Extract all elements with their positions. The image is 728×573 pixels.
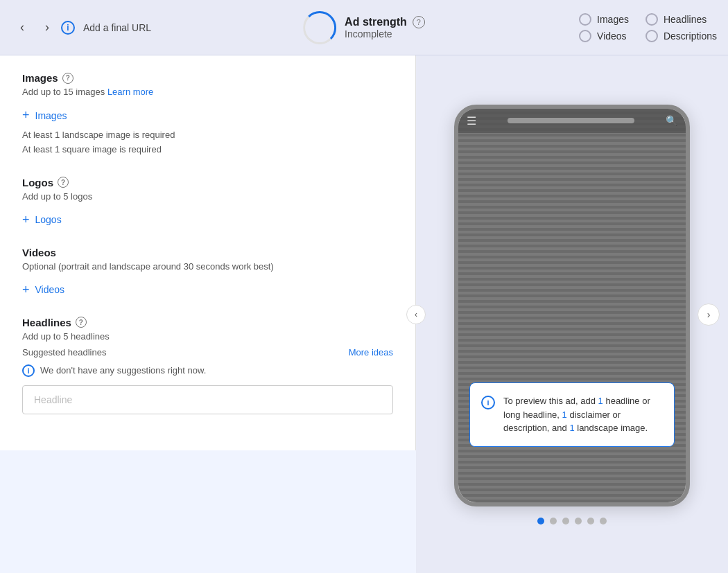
videos-section: Videos Optional (portrait and landscape … [22,247,393,297]
next-button[interactable]: › [36,17,58,39]
suggestion-info-row: i We don't have any suggestions right no… [22,364,393,377]
ad-strength-info: Ad strength ? Incomplete [345,16,425,39]
images-checkbox-item[interactable]: Images [579,13,629,26]
ad-strength-help-icon[interactable]: ? [413,16,425,28]
left-panel: Images ? Add up to 15 images Learn more … [0,55,416,450]
preview-next-button[interactable]: › [697,303,720,326]
descriptions-checkbox-item[interactable]: Descriptions [645,30,717,42]
prev-button[interactable]: ‹ [11,17,33,39]
collapse-icon: ‹ [415,310,417,319]
videos-title-text: Videos [22,247,56,258]
add-logos-plus-icon: + [22,213,30,227]
dot-6 [600,518,607,524]
descriptions-checkbox[interactable] [645,30,658,42]
info-icon: i [61,21,75,35]
collapse-panel-button[interactable]: ‹ [406,305,426,324]
images-checkbox-label: Images [597,14,629,25]
videos-checkbox[interactable] [579,30,591,42]
headlines-section: Headlines ? Add up to 5 headlines Sugges… [22,317,393,414]
suggestion-info-icon: i [22,364,35,377]
right-arrow-icon: › [707,309,711,320]
add-logos-button[interactable]: + Logos [22,213,62,227]
preview-card-text: To preview this ad, add 1 headline or lo… [503,394,663,435]
logos-subtitle: Add up to 5 logos [22,191,393,202]
suggested-label: Suggested headlines [22,347,106,358]
add-videos-plus-icon: + [22,283,30,297]
ad-strength-title: Ad strength [345,16,407,28]
logos-help-icon[interactable]: ? [58,177,69,188]
left-panel-wrapper: Images ? Add up to 15 images Learn more … [0,55,416,573]
images-section: Images ? Add up to 15 images Learn more … [22,72,393,157]
images-help-icon[interactable]: ? [62,73,73,84]
add-images-label: Images [35,110,67,121]
videos-checkbox-item[interactable]: Videos [579,30,629,42]
preview-dots [537,518,607,524]
headline-input[interactable]: Headline [22,385,393,414]
logos-title-text: Logos [22,177,53,188]
videos-subtitle: Optional (portrait and landscape around … [22,261,393,272]
header-navigation: ‹ › i Add a final URL [11,17,151,39]
suggested-row: Suggested headlines More ideas [22,347,393,358]
add-images-plus-icon: + [22,108,30,123]
image-req-square: At least 1 square image is required [22,143,393,157]
preview-card: i To preview this ad, add 1 headline or … [469,382,675,447]
headlines-checkbox[interactable] [645,13,658,26]
highlight-3: 1 [569,423,574,433]
add-images-button[interactable]: + Images [22,108,67,123]
dot-2 [550,518,557,524]
right-panel: ☰ 🔍 i To preview this ad, add 1 headline… [416,55,728,573]
phone-frame: ☰ 🔍 i To preview this ad, add 1 headline… [454,105,690,506]
dot-5 [587,518,594,524]
more-ideas-button[interactable]: More ideas [349,347,393,358]
ad-strength-section: Ad strength ? Incomplete [303,11,425,44]
phone-search-bar [508,118,634,123]
no-suggestions-text: We don't have any suggestions right now. [40,365,206,376]
phone-menu-icon: ☰ [467,114,476,127]
images-title-text: Images [22,72,58,84]
highlight-2: 1 [562,409,567,420]
header: ‹ › i Add a final URL Ad strength ? Inco… [0,0,728,55]
logos-section: Logos ? Add up to 5 logos + Logos [22,177,393,227]
image-req-landscape: At least 1 landscape image is required [22,128,393,143]
headlines-subtitle: Add up to 5 headlines [22,331,393,342]
ad-strength-status: Incomplete [345,28,425,39]
phone-screen: ☰ 🔍 i To preview this ad, add 1 headline… [458,109,686,502]
header-right-checkboxes: Images Headlines Videos Descriptions [579,13,717,42]
preview-card-info-icon: i [481,396,495,409]
descriptions-checkbox-label: Descriptions [664,30,717,42]
add-videos-label: Videos [35,284,65,295]
images-subtitle-text: Add up to 15 images [22,87,105,97]
add-logos-label: Logos [35,214,62,225]
final-url-label[interactable]: Add a final URL [83,22,151,33]
images-section-title: Images ? [22,72,393,84]
headlines-help-icon[interactable]: ? [76,317,87,328]
dot-4 [575,518,582,524]
image-requirements: At least 1 landscape image is required A… [22,128,393,157]
dot-3 [562,518,569,524]
highlight-1: 1 [598,396,603,406]
ad-strength-progress-circle [303,11,336,44]
phone-search-icon: 🔍 [666,115,677,126]
images-checkbox[interactable] [579,13,591,26]
images-learn-more-link[interactable]: Learn more [107,87,153,97]
images-subtitle: Add up to 15 images Learn more [22,87,393,97]
logos-section-title: Logos ? [22,177,393,188]
dot-1 [537,518,544,524]
phone-top-bar: ☰ 🔍 [458,109,686,133]
add-videos-button[interactable]: + Videos [22,283,64,297]
headlines-section-title: Headlines ? [22,317,393,328]
headlines-title-text: Headlines [22,317,71,328]
videos-section-title: Videos [22,247,393,258]
headlines-checkbox-item[interactable]: Headlines [645,13,717,26]
headlines-checkbox-label: Headlines [664,14,707,25]
videos-checkbox-label: Videos [597,30,627,42]
main-content: Images ? Add up to 15 images Learn more … [0,55,728,573]
